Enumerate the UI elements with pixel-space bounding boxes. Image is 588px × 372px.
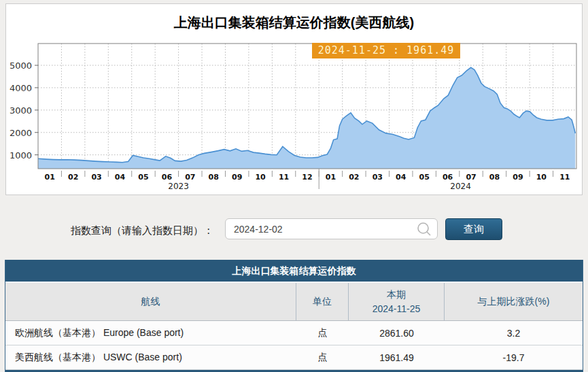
svg-text:1000: 1000	[10, 150, 32, 160]
svg-text:03: 03	[91, 173, 101, 182]
col-header-unit-label: 单位	[313, 294, 332, 308]
svg-text:09: 09	[232, 173, 242, 182]
route-cell: 欧洲航线（基本港） Europe (Base port)	[5, 321, 296, 345]
svg-text:11: 11	[559, 173, 570, 182]
svg-text:12: 12	[302, 173, 312, 182]
query-button[interactable]: 查询	[445, 218, 502, 240]
svg-text:11: 11	[279, 173, 289, 182]
current-value-cell: 1961.49	[349, 345, 445, 369]
svg-text:01: 01	[45, 173, 55, 182]
col-header-unit: 单位	[296, 283, 349, 320]
col-header-route-label: 航线	[141, 294, 160, 308]
svg-text:04: 04	[396, 173, 407, 182]
table-row-uswc: 美西航线（基本港） USWC (Base port) 点 1961.49 -19…	[5, 345, 583, 370]
col-header-current-date: 2024-11-25	[373, 302, 421, 316]
svg-text:03: 03	[373, 173, 383, 182]
table-row-europe: 欧洲航线（基本港） Europe (Base port) 点 2861.60 3…	[5, 321, 583, 345]
table-header-row: 航线 单位 本期 2024-11-25 与上期比涨跌(%)	[5, 283, 583, 321]
freight-index-chart[interactable]: 1000200030004000500001020304050607080910…	[6, 4, 582, 195]
svg-text:2024: 2024	[450, 182, 471, 191]
col-header-change-label: 与上期比涨跌(%)	[478, 294, 550, 308]
svg-text:10: 10	[536, 173, 547, 182]
query-label: 指数查询（请输入指数日期）：	[71, 224, 213, 237]
svg-text:02: 02	[68, 173, 78, 182]
index-table: 上海出口集装箱结算运价指数 航线 单位 本期 2024-11-25 与上期比涨跌…	[5, 260, 583, 372]
date-input-wrap	[225, 218, 438, 239]
svg-text:05: 05	[419, 173, 430, 182]
change-value-cell: 3.2	[445, 321, 583, 345]
date-input[interactable]	[225, 218, 438, 239]
svg-text:02: 02	[349, 173, 359, 182]
svg-text:3000: 3000	[10, 105, 32, 116]
svg-text:07: 07	[466, 173, 476, 182]
chart-panel: 1000200030004000500001020304050607080910…	[5, 3, 583, 195]
svg-text:08: 08	[489, 173, 500, 182]
svg-text:06: 06	[443, 173, 453, 182]
svg-text:2000: 2000	[10, 128, 32, 138]
svg-text:09: 09	[513, 173, 523, 182]
search-icon[interactable]	[416, 221, 432, 237]
svg-text:05: 05	[138, 173, 148, 182]
col-header-current: 本期 2024-11-25	[349, 283, 445, 320]
svg-text:07: 07	[185, 173, 195, 182]
route-cell: 美西航线（基本港） USWC (Base port)	[5, 345, 296, 369]
svg-text:2023: 2023	[168, 182, 189, 191]
col-header-change: 与上期比涨跌(%)	[445, 283, 583, 320]
svg-text:06: 06	[162, 173, 173, 182]
chart-tooltip: 2024-11-25 : 1961.49	[312, 43, 460, 58]
svg-text:08: 08	[209, 173, 219, 182]
svg-text:4000: 4000	[10, 83, 32, 93]
svg-text:01: 01	[326, 173, 336, 182]
col-header-route: 航线	[5, 283, 296, 320]
unit-cell: 点	[296, 321, 349, 345]
current-value-cell: 2861.60	[349, 321, 445, 345]
chart-title: 上海出口集装箱结算运价指数(美西航线)	[6, 14, 582, 32]
change-value-cell: -19.7	[445, 345, 583, 369]
unit-cell: 点	[296, 345, 349, 369]
table-title: 上海出口集装箱结算运价指数	[5, 260, 583, 283]
svg-text:5000: 5000	[10, 61, 32, 71]
svg-text:04: 04	[115, 173, 126, 182]
col-header-current-label: 本期	[387, 288, 406, 301]
svg-text:10: 10	[255, 173, 266, 182]
